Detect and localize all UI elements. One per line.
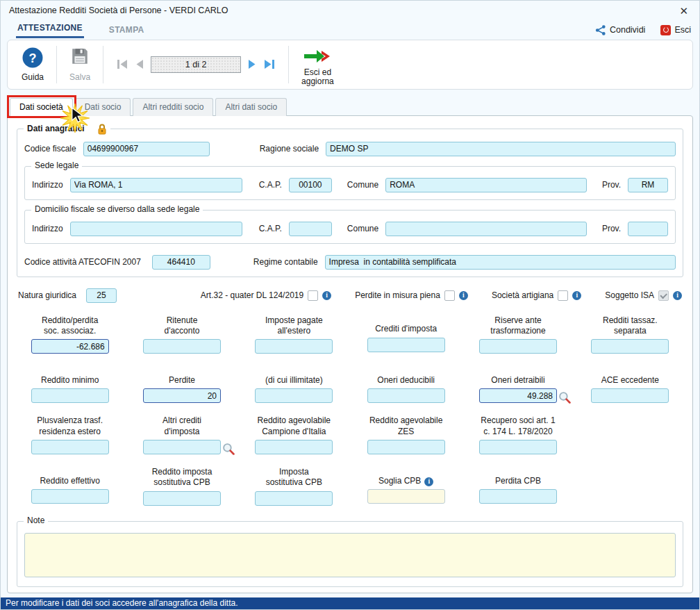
field-label: Reddito agevolabile Campione d'Italia — [258, 415, 331, 437]
tab-stampa[interactable]: STAMPA — [108, 22, 146, 38]
field-label: Oneri deducibili — [377, 366, 435, 386]
perdite-piena-label: Perdite in misura piena — [355, 290, 440, 300]
imposte-estero-input[interactable] — [255, 339, 333, 354]
previous-record-icon[interactable] — [135, 59, 144, 69]
esci-button[interactable]: Esci — [660, 25, 691, 35]
first-record-icon[interactable] — [116, 59, 128, 69]
natura-giuridica-label: Natura giuridica — [18, 290, 76, 300]
altri-crediti-input[interactable] — [143, 440, 221, 454]
domicilio-indirizzo-input[interactable] — [70, 222, 242, 236]
note-group: Note — [17, 521, 683, 587]
toolbar-separator — [103, 46, 103, 83]
last-record-icon[interactable] — [263, 59, 276, 69]
di-cui-illimitate-input[interactable] — [255, 388, 333, 403]
condividi-button[interactable]: Condividi — [595, 25, 645, 35]
domicilio-cap-input[interactable] — [289, 222, 332, 236]
field-label: Perdita CPB — [495, 467, 541, 486]
info-icon[interactable] — [322, 291, 331, 300]
domicilio-fiscale-group: Domicilio fiscale se diverso dalla sede … — [24, 210, 676, 244]
ritenute-acconto-input[interactable] — [143, 339, 221, 354]
riserve-ante-input[interactable] — [479, 339, 557, 354]
reddito-perdita-input[interactable] — [31, 339, 109, 354]
lookup-magnifier-icon[interactable] — [558, 391, 571, 404]
ateco-label: Codice attività ATECOFIN 2007 — [24, 257, 141, 267]
recupero-soci-input[interactable] — [479, 440, 557, 454]
isa-checkbox[interactable] — [658, 290, 669, 301]
domicilio-prov-input[interactable] — [628, 222, 668, 236]
subtab-altri-dati-socio[interactable]: Altri dati socio — [215, 98, 287, 116]
info-icon[interactable] — [459, 291, 468, 300]
field-riserve-ante-trasformazione: Riserve ante trasformazione — [466, 315, 569, 354]
record-navigator: 1 di 2 — [108, 44, 284, 85]
salva-button[interactable]: Salva — [61, 44, 99, 85]
field-perdite: Perdite — [130, 366, 233, 403]
oneri-detraibili-input[interactable] — [479, 388, 557, 403]
imposta-sostitutiva-cpb-input[interactable] — [255, 491, 333, 506]
reddito-sostitutiva-cpb-input[interactable] — [143, 491, 221, 506]
field-reddito-perdita-soc-associaz: Reddito/perdita soc. associaz. — [18, 315, 122, 354]
sede-prov-input[interactable] — [628, 178, 668, 192]
condividi-label: Condividi — [610, 25, 645, 35]
domicilio-legend: Domicilio fiscale se diverso dalla sede … — [35, 204, 199, 214]
comune-label: Comune — [347, 224, 378, 233]
next-record-icon[interactable] — [247, 59, 257, 69]
amounts-grid: Reddito/perdita soc. associaz. Ritenute … — [18, 315, 682, 506]
dati-societa-panel: Dati anagrafici Codice fiscale Ragione s… — [7, 115, 693, 593]
ragione-sociale-input[interactable] — [326, 142, 676, 156]
zes-input[interactable] — [367, 440, 445, 454]
field-crediti-imposta: Crediti d'imposta — [354, 315, 458, 354]
lookup-magnifier-icon[interactable] — [222, 443, 235, 455]
note-textarea[interactable] — [24, 533, 676, 577]
subtab-altri-redditi-socio[interactable]: Altri redditi socio — [133, 98, 213, 116]
field-ace-eccedente: ACE eccedente — [578, 366, 682, 403]
sede-cap-input[interactable] — [289, 178, 332, 192]
guida-button[interactable]: ? Guida — [13, 44, 52, 85]
redditi-tassaz-input[interactable] — [591, 339, 669, 354]
domicilio-comune-input[interactable] — [385, 222, 587, 236]
field-label: (di cui illimitate) — [265, 366, 323, 386]
reddito-minimo-input[interactable] — [31, 388, 109, 403]
crediti-imposta-input[interactable] — [367, 338, 445, 352]
status-bar: Per modificare i dati dei soci accedere … — [1, 597, 699, 609]
oneri-deducibili-input[interactable] — [367, 388, 445, 403]
esci-ed-aggiorna-button[interactable]: Esci ed aggiorna — [293, 44, 342, 85]
perdita-cpb-input[interactable] — [479, 489, 557, 504]
plusvalenza-input[interactable] — [31, 440, 109, 454]
ateco-input[interactable] — [152, 255, 210, 270]
perdite-piena-checkbox[interactable] — [444, 290, 455, 301]
subtab-dati-societa[interactable]: Dati società — [10, 98, 73, 116]
field-imposte-pagate-estero: Imposte pagate all'estero — [242, 315, 346, 354]
esci-label: Esci — [674, 25, 691, 35]
field-plusvalenza-residenza-estero: Plusvalenza trasf. residenza estero — [18, 415, 122, 454]
subtab-dati-socio[interactable]: Dati socio — [75, 98, 131, 116]
cap-label: C.A.P. — [259, 180, 282, 190]
ace-eccedente-input[interactable] — [591, 388, 669, 403]
soglia-cpb-input[interactable] — [367, 489, 445, 504]
exit-icon — [660, 25, 671, 35]
tab-attestazione[interactable]: ATTESTAZIONE — [16, 20, 84, 38]
save-icon — [70, 47, 90, 66]
info-icon[interactable] — [572, 291, 581, 300]
share-icon — [595, 25, 606, 35]
codice-fiscale-input[interactable] — [83, 142, 210, 156]
indirizzo-label: Indirizzo — [32, 224, 63, 233]
reddito-effettivo-input[interactable] — [31, 489, 109, 504]
art32-checkbox[interactable] — [308, 290, 318, 301]
info-icon[interactable] — [673, 291, 682, 300]
close-icon[interactable]: ✕ — [676, 6, 691, 16]
perdite-input[interactable] — [143, 388, 221, 403]
artigiana-checkbox[interactable] — [558, 290, 568, 301]
ribbon-tab-bar: ATTESTAZIONE STAMPA Condividi Esci — [1, 19, 699, 38]
info-icon[interactable] — [424, 477, 433, 486]
field-imposta-sostitutiva-cpb: Imposta sostitutiva CPB — [242, 467, 346, 506]
regime-contabile-input[interactable] — [325, 255, 676, 270]
cap-label: C.A.P. — [259, 224, 282, 233]
sede-comune-input[interactable] — [385, 178, 587, 192]
sede-indirizzo-input[interactable] — [70, 178, 242, 192]
isa-label: Soggetto ISA — [605, 290, 654, 300]
exit-and-update-icon — [303, 47, 332, 66]
field-label: Reddito imposta sostitutiva CPB — [152, 467, 212, 488]
campione-italia-input[interactable] — [255, 440, 333, 454]
natura-giuridica-input[interactable] — [86, 288, 117, 303]
regime-contabile-label: Regime contabile — [253, 257, 318, 267]
